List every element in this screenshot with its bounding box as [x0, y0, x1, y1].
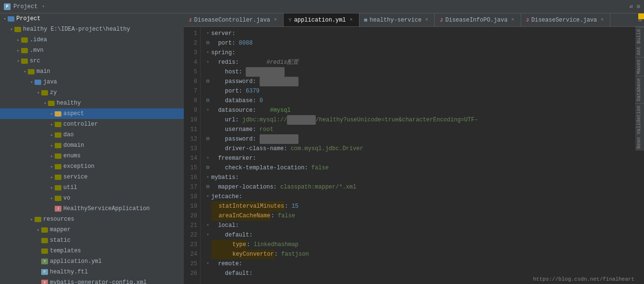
fold-icon[interactable]: ⊟: [204, 77, 211, 86]
tree-item-service[interactable]: ▸service: [0, 172, 184, 182]
folder-icon: [55, 143, 61, 148]
code-line-4: ▾ redis: #redis配置: [204, 58, 633, 67]
fold-icon[interactable]: ▾: [204, 259, 211, 269]
fold-icon[interactable]: ▾: [204, 221, 211, 230]
vertical-panel-bean-validation[interactable]: Bean Validation: [635, 103, 644, 151]
tree-arrow: ▸: [49, 122, 55, 127]
tree-item-resources[interactable]: ▸resources: [0, 214, 184, 225]
tree-item-controller[interactable]: ▸controller: [0, 119, 184, 130]
tree-arrow: ▸: [49, 175, 55, 180]
tab-close-button[interactable]: ×: [599, 17, 605, 23]
tree-item-vo[interactable]: ▸vo: [0, 193, 184, 203]
code-content[interactable]: ▾server:⊟ port: 8088▾spring:▾ redis: #re…: [201, 27, 637, 284]
settings-icon[interactable]: ⚙: [637, 3, 640, 10]
tree-item-application.yml[interactable]: Yapplication.yml: [0, 256, 184, 267]
tree-label: src: [30, 58, 40, 64]
sensitive-value: [260, 77, 298, 86]
line-number-13: 13: [184, 144, 197, 154]
line-number-16: 16: [184, 173, 197, 182]
tree-item-static[interactable]: static: [0, 235, 184, 246]
tree-item-enums[interactable]: ▸enums: [0, 151, 184, 161]
tab-label: DiseaseInfoPO.java: [445, 17, 508, 24]
line-number-18: 18: [184, 192, 197, 201]
fold-icon[interactable]: ▾: [204, 173, 211, 182]
code-line-17: ⊟ mapper-locations: classpath:mapper/*.x…: [204, 182, 633, 192]
sync-icon[interactable]: ⇄: [630, 3, 633, 10]
fold-icon[interactable]: ▾: [204, 58, 211, 67]
tree-item-main[interactable]: ▾main: [0, 66, 184, 77]
tree-item-exception[interactable]: ▸exception: [0, 161, 184, 172]
tree-item-java[interactable]: ▾java: [0, 77, 184, 87]
tree-label: exception: [63, 163, 95, 170]
yaml-file-icon: Y: [41, 259, 48, 264]
line-number-7: 7: [184, 86, 197, 96]
tree-item-healthy[interactable]: ▾healthy: [0, 98, 184, 108]
line-number-19: 19: [184, 201, 197, 211]
sensitive-value: [260, 134, 298, 144]
vertical-panel-database[interactable]: Database: [635, 76, 644, 103]
tab-tab2[interactable]: Yapplication.yml×: [284, 13, 359, 26]
fold-icon[interactable]: ▾: [204, 192, 211, 201]
tab-tab3[interactable]: mhealthy-service×: [359, 13, 435, 26]
tree-item-domain[interactable]: ▸domain: [0, 140, 184, 151]
tab-tab1[interactable]: JDiseaseController.java×: [184, 13, 284, 26]
folder-icon: [41, 90, 48, 95]
tab-close-button[interactable]: ×: [424, 17, 429, 23]
tab-tab4[interactable]: JDiseaseInfoPO.java×: [435, 13, 521, 26]
ftl-file-icon: F: [41, 269, 48, 275]
yaml-value-str: jdbc:mysql://: [242, 115, 287, 125]
tree-item-healthy.ftl[interactable]: Fhealthy.ftl: [0, 267, 184, 277]
fold-icon[interactable]: ▾: [204, 29, 211, 38]
line-number-15: 15: [184, 163, 197, 173]
line-number-21: 21: [184, 221, 197, 230]
yaml-value-str: false: [278, 211, 295, 221]
fold-icon[interactable]: ▾: [204, 48, 211, 58]
tree-item-.mvn[interactable]: ▸.mvn: [0, 45, 184, 56]
tree-label: healthy.ftl: [50, 269, 88, 275]
tab-close-button[interactable]: ×: [273, 17, 278, 23]
dropdown-icon[interactable]: ▾: [40, 4, 46, 9]
fold-icon[interactable]: ⊟: [204, 134, 211, 144]
tree-item-zy[interactable]: ▾zy: [0, 87, 184, 98]
tree-arrow: ▾: [9, 27, 14, 32]
folder-icon: [55, 154, 61, 159]
sensitive-value: [287, 115, 315, 125]
vertical-panels[interactable]: Ant BuildMavenDatabaseBean Validation: [635, 27, 644, 284]
yaml-value-num: 8088: [239, 38, 253, 48]
tree-arrow: ▸: [49, 154, 55, 159]
tree-label: mybatis-generator-config.xml: [50, 279, 147, 284]
tree-item-healthyserviceapplication[interactable]: JHealthyServiceApplication: [0, 203, 184, 214]
tree-item-aspect[interactable]: ▸aspect: [0, 108, 184, 119]
tab-close-button[interactable]: ×: [510, 17, 516, 23]
tree-item-templates[interactable]: templates: [0, 246, 184, 256]
fold-icon[interactable]: ▾: [204, 230, 211, 240]
fold-icon[interactable]: ⊟: [204, 38, 211, 48]
file-tree[interactable]: ▾Project▾healthy E:\IDEA-project\healthy…: [0, 13, 184, 284]
vertical-panel-maven[interactable]: Maven: [635, 57, 644, 76]
fold-icon[interactable]: ⊟: [204, 182, 211, 192]
tree-item-mybatis-generator-config.xml[interactable]: Xmybatis-generator-config.xml: [0, 277, 184, 284]
code-line-18: ▾jetcache:: [204, 192, 633, 201]
tree-item-dao[interactable]: ▸dao: [0, 130, 184, 140]
tree-item-mapper[interactable]: ▸mapper: [0, 225, 184, 235]
vertical-panel-ant-build[interactable]: Ant Build: [635, 27, 644, 57]
tab-tab5[interactable]: JDiseaseService.java×: [521, 13, 610, 26]
tree-arrow: ▾: [15, 59, 21, 64]
fold-icon[interactable]: ▾: [204, 154, 211, 163]
tab-close-button[interactable]: ×: [348, 17, 354, 23]
tabs-bar[interactable]: JDiseaseController.java×Yapplication.yml…: [184, 13, 644, 27]
tree-arrow: ▾: [42, 101, 48, 106]
fold-icon[interactable]: ⊟: [204, 96, 211, 106]
yaml-value-num: 6379: [246, 86, 260, 96]
fold-icon[interactable]: ▾: [204, 106, 211, 115]
tree-item-src[interactable]: ▾src: [0, 56, 184, 66]
tree-label: domain: [63, 142, 84, 149]
yaml-key: default:: [211, 269, 252, 278]
tree-item-healthy-e:\idea-project\health[interactable]: ▾healthy E:\IDEA-project\healthy: [0, 24, 184, 35]
tree-label: resources: [43, 216, 74, 223]
tree-item-project[interactable]: ▾Project: [0, 13, 184, 24]
tree-item-.idea[interactable]: ▸.idea: [0, 35, 184, 45]
fold-icon[interactable]: ⊟: [204, 163, 211, 173]
folder-icon: [21, 59, 28, 64]
tree-item-util[interactable]: ▸util: [0, 182, 184, 193]
